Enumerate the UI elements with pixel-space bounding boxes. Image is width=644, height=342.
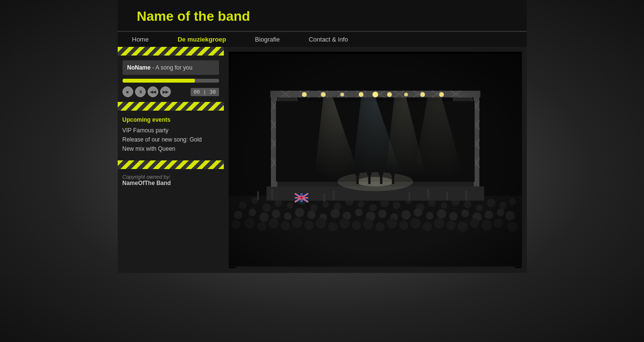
nav-muziekgroep[interactable]: De muziekgroep: [163, 32, 240, 47]
concert-area: [224, 47, 527, 273]
player-progress-bar[interactable]: [123, 79, 219, 83]
player-section: NoName - A song for you ■ ⏸ ◀◀ ▶▶ 00 | 3…: [118, 56, 224, 102]
nav-contact[interactable]: Contact & info: [294, 32, 363, 47]
page-wrapper: Name of the band Home De muziekgroep Bio…: [118, 0, 527, 273]
rewind-button[interactable]: ◀◀: [148, 86, 158, 97]
forward-button[interactable]: ▶▶: [160, 86, 171, 97]
events-section: Upcoming events VIP Famous party Release…: [118, 111, 224, 160]
stripe-divider-bot: [118, 160, 224, 169]
main-content: NoName - A song for you ■ ⏸ ◀◀ ▶▶ 00 | 3…: [118, 47, 527, 273]
concert-image: [229, 52, 522, 268]
events-title: Upcoming events: [123, 116, 219, 123]
event-item-1: VIP Famous party: [123, 127, 219, 134]
nav-biografie[interactable]: Biografie: [241, 32, 294, 47]
sidebar: NoName - A song for you ■ ⏸ ◀◀ ▶▶ 00 | 3…: [118, 47, 224, 273]
event-item-2: Release of our new song: Gold: [123, 136, 219, 143]
stripe-divider-mid: [118, 102, 224, 111]
player-progress-fill: [123, 79, 195, 83]
time-separator: |: [203, 89, 209, 95]
svg-rect-175: [229, 54, 522, 266]
player-controls: ■ ⏸ ◀◀ ▶▶ 00 | 30: [123, 86, 219, 97]
player-artist: NoName: [127, 64, 151, 71]
site-nav: Home De muziekgroep Biografie Contact & …: [118, 31, 527, 47]
pause-button[interactable]: ⏸: [135, 86, 146, 97]
copyright-label: Copyright owned by:: [123, 174, 219, 180]
stop-button[interactable]: ■: [123, 86, 133, 97]
stripe-divider-top: [118, 47, 224, 56]
copyright-section: Copyright owned by: NameOfThe Band: [118, 169, 224, 191]
event-item-3: New mix with Queen: [123, 145, 219, 152]
player-track: NoName - A song for you: [123, 60, 219, 75]
site-title: Name of the band: [137, 9, 250, 24]
time-total: 30: [209, 89, 216, 95]
site-header: Name of the band: [118, 0, 527, 31]
player-song: A song for you: [155, 64, 192, 71]
nav-home[interactable]: Home: [118, 32, 164, 47]
time-current: 00: [193, 89, 200, 95]
copyright-owner: NameOfThe Band: [123, 180, 219, 186]
time-display: 00 | 30: [191, 88, 219, 96]
